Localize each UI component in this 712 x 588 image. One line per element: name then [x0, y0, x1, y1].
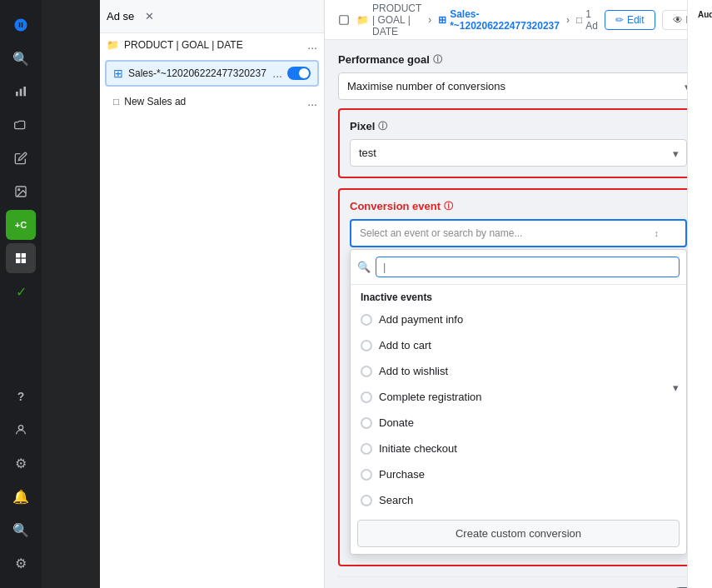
- performance-goal-select-wrapper: Maximise number of conversions: [338, 72, 699, 100]
- event-radio-add-wishlist: [361, 366, 372, 377]
- event-add-wishlist[interactable]: Add to wishlist: [351, 358, 686, 384]
- create-custom-conversion-button[interactable]: Create custom conversion: [357, 520, 680, 547]
- event-radio-donate: [361, 417, 372, 429]
- grid-sidebar-icon[interactable]: [6, 243, 36, 273]
- conversion-event-trigger[interactable]: Select an event or search by name... ↕: [350, 219, 687, 247]
- new-ad-dots-icon[interactable]: ...: [307, 95, 317, 108]
- svg-rect-1: [20, 89, 22, 97]
- svg-point-9: [18, 426, 22, 430]
- performance-goal-select[interactable]: Maximise number of conversions: [338, 72, 699, 100]
- event-radio-initiate: [361, 443, 372, 455]
- breadcrumb-grid-icon: ⊞: [438, 14, 446, 26]
- event-initiate-checkout[interactable]: Initiate checkout: [351, 436, 686, 461]
- pixel-select[interactable]: test: [350, 139, 687, 167]
- chart-sidebar-icon[interactable]: [6, 77, 36, 107]
- adset-item[interactable]: ⊞ Sales-*~120206222477320237 ...: [105, 60, 319, 87]
- performance-goal-section: Performance goal ⓘ Maximise number of co…: [338, 53, 699, 100]
- dropdown-cursor-icon: ↕: [655, 228, 660, 238]
- breadcrumb-arrow2: ›: [566, 14, 570, 26]
- breadcrumb-pixel-icon: [338, 14, 350, 26]
- new-ad-icon: □: [113, 96, 119, 107]
- conversion-event-label: Conversion event ⓘ: [350, 200, 687, 212]
- event-donate[interactable]: Donate: [351, 410, 686, 436]
- edit-label: Edit: [627, 14, 645, 26]
- audience-label: Aud: [698, 10, 702, 19]
- svg-rect-6: [22, 253, 26, 257]
- event-complete-reg[interactable]: Complete registration: [351, 384, 686, 410]
- ad-panel-title: Ad se: [107, 10, 134, 22]
- event-name-initiate: Initiate checkout: [379, 442, 457, 455]
- breadcrumb-adset-label: Sales-*~120206222477320237: [450, 8, 560, 32]
- conversion-event-dropdown: Select an event or search by name... ↕ 🔍…: [350, 219, 687, 555]
- breadcrumb-bar: 📁 PRODUCT | GOAL | DATE › ⊞ Sales-*~1202…: [325, 0, 712, 40]
- event-radio-search: [361, 495, 372, 506]
- settings-sidebar-icon[interactable]: ⚙: [6, 448, 36, 478]
- event-name-add-cart: Add to cart: [379, 339, 431, 351]
- photo-sidebar-icon[interactable]: [6, 177, 36, 207]
- breadcrumb-ad[interactable]: □ 1 Ad: [576, 8, 598, 32]
- event-add-payment[interactable]: Add payment info: [351, 306, 686, 332]
- add-campaign-icon[interactable]: +C: [6, 210, 36, 240]
- folder-sidebar-icon[interactable]: [6, 110, 36, 140]
- event-name-add-wishlist: Add to wishlist: [379, 365, 448, 377]
- panel-header-icons: ✕: [139, 7, 159, 27]
- event-radio-add-payment: [361, 314, 372, 326]
- audience-panel: Aud: [687, 0, 712, 588]
- event-search-input[interactable]: [376, 257, 680, 277]
- svg-rect-7: [16, 259, 20, 263]
- edit-button[interactable]: ✏ Edit: [605, 10, 655, 30]
- conversion-event-menu: 🔍 Inactive events Add payment info Add t…: [350, 249, 687, 555]
- ad-panel-header: Ad se ✕: [100, 0, 324, 33]
- breadcrumb-adset[interactable]: ⊞ Sales-*~120206222477320237: [438, 8, 560, 32]
- adset-grid-icon: ⊞: [113, 67, 123, 80]
- campaign-item[interactable]: 📁 PRODUCT | GOAL | DATE ...: [100, 33, 324, 57]
- inactive-events-label: Inactive events: [351, 285, 686, 306]
- breadcrumb-campaign[interactable]: 📁 PRODUCT | GOAL | DATE: [356, 2, 421, 37]
- svg-rect-0: [16, 92, 18, 96]
- search2-sidebar-icon[interactable]: 🔍: [6, 515, 36, 545]
- adset-toggle[interactable]: [287, 67, 311, 80]
- gear-sidebar-icon[interactable]: ⚙: [6, 548, 36, 578]
- performance-goal-label: Performance goal ⓘ: [338, 53, 699, 66]
- breadcrumb-ad-box-icon: □: [576, 14, 582, 26]
- adset-label: Sales-*~120206222477320237: [128, 67, 267, 79]
- adset-dots-icon[interactable]: ...: [272, 67, 282, 80]
- svg-rect-2: [23, 87, 26, 96]
- check-sidebar-icon[interactable]: ✓: [6, 277, 36, 306]
- svg-rect-10: [340, 15, 349, 24]
- event-name-complete-reg: Complete registration: [379, 391, 482, 403]
- close-panel-button[interactable]: ✕: [139, 7, 159, 27]
- breadcrumb-ad-label: 1 Ad: [585, 8, 598, 32]
- breadcrumb-folder-icon: 📁: [356, 14, 369, 26]
- main-content: 📁 PRODUCT | GOAL | DATE › ⊞ Sales-*~1202…: [325, 0, 712, 588]
- breadcrumb-arrow1: ›: [428, 14, 431, 26]
- pixel-info-icon: ⓘ: [378, 120, 387, 132]
- dynamic-creative-row: Dynamic creative Off: [338, 576, 699, 588]
- campaign-dots-icon[interactable]: ...: [307, 38, 317, 52]
- event-search-box: 🔍: [351, 250, 686, 285]
- meta-logo-icon[interactable]: [6, 10, 36, 40]
- pencil-sidebar-icon[interactable]: [6, 143, 36, 173]
- new-ad-item[interactable]: □ New Sales ad ...: [107, 90, 324, 113]
- pixel-label: Pixel ⓘ: [350, 120, 687, 132]
- review-eye-icon: 👁: [673, 14, 683, 26]
- person-sidebar-icon[interactable]: [6, 415, 36, 445]
- search-box-icon: 🔍: [357, 261, 371, 273]
- bell-sidebar-icon[interactable]: 🔔: [6, 481, 36, 511]
- panel-sidebar: [42, 0, 100, 588]
- event-search[interactable]: Search: [351, 487, 686, 513]
- svg-point-4: [18, 189, 20, 191]
- event-purchase[interactable]: Purchase: [351, 461, 686, 487]
- svg-rect-5: [16, 253, 20, 257]
- performance-goal-info-icon: ⓘ: [433, 53, 442, 66]
- campaign-folder-icon: 📁: [107, 39, 119, 51]
- search-sidebar-icon[interactable]: 🔍: [6, 43, 36, 73]
- pixel-label-text: Pixel: [350, 120, 375, 132]
- ad-structure-panel: Ad se ✕ 📁 PRODUCT | GOAL | DATE ... ⊞ Sa…: [100, 0, 325, 588]
- question-sidebar-icon[interactable]: ?: [6, 381, 36, 411]
- event-name-search: Search: [379, 494, 413, 506]
- event-add-cart[interactable]: Add to cart: [351, 332, 686, 358]
- event-radio-complete-reg: [361, 391, 372, 403]
- event-name-add-payment: Add payment info: [379, 313, 463, 326]
- pixel-select-wrapper: test: [350, 139, 687, 167]
